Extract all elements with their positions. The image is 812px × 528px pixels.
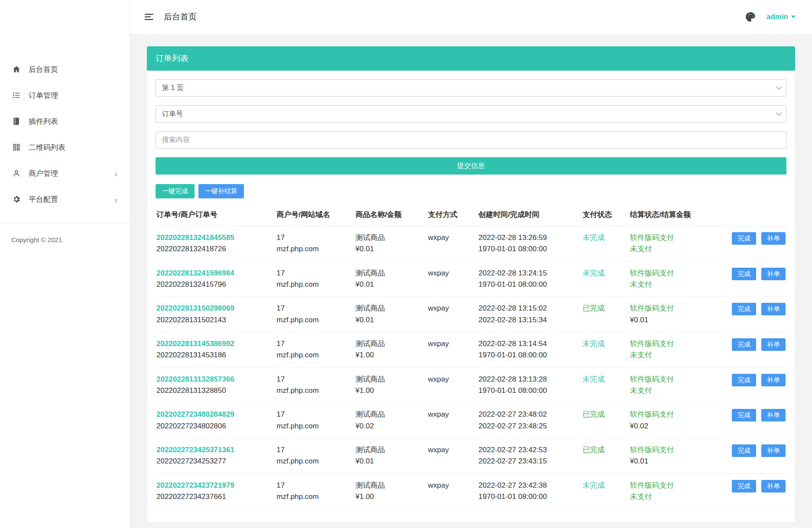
site-domain: mzf.php.com <box>276 279 347 290</box>
panel-body: 第 1 页 订单号 提交信息 一键完成 一键补结算 <box>147 71 795 522</box>
sidebar-item-label: 商户管理 <box>29 168 58 178</box>
supplement-button[interactable]: 补单 <box>761 444 786 457</box>
main-column: 后台首页 admin 订单列表 第 1 页 <box>130 0 812 528</box>
supplement-button[interactable]: 补单 <box>761 374 786 386</box>
order-list-card: 订单列表 第 1 页 订单号 提交信息 一键完成 一键 <box>146 46 796 523</box>
site-domain: mzf.php.com <box>276 243 347 255</box>
page-select-value: 第 1 页 <box>162 84 184 93</box>
settle-result: 未支付 <box>630 385 710 396</box>
table-row: 2022022813132857366 20220228131328850 17… <box>156 367 786 403</box>
settle-channel: 软件版码支付 <box>630 338 710 350</box>
merchant-order-number: 20220228131502143 <box>156 314 268 326</box>
product-name: 测试商品 <box>355 232 419 243</box>
merchant-id: 17 <box>276 232 347 243</box>
bulk-complete-button[interactable]: 一键完成 <box>156 184 195 198</box>
chevron-right-icon: › <box>114 169 117 178</box>
complete-button[interactable]: 完成 <box>732 374 756 386</box>
complete-button[interactable]: 完成 <box>732 480 756 492</box>
order-number-link[interactable]: 2022022813241845585 <box>156 232 234 243</box>
header-right: admin <box>745 11 796 23</box>
site-domain: mzf.php.com <box>276 385 347 396</box>
sidebar-item-label: 二维码列表 <box>29 143 65 152</box>
sidebar-item-orders[interactable]: 订单管理 <box>0 82 130 108</box>
created-time: 2022-02-28 13:26:59 <box>478 232 574 243</box>
finished-time: 1970-01-01 08:00:00 <box>478 243 574 255</box>
settle-channel: 软件版码支付 <box>630 303 710 314</box>
supplement-button[interactable]: 补单 <box>761 268 786 280</box>
merchant-order-number: 20220227234237661 <box>156 491 268 502</box>
complete-button[interactable]: 完成 <box>732 338 756 351</box>
pay-method: wxpay <box>428 268 470 279</box>
order-number-link[interactable]: 2022022813241596984 <box>156 268 234 279</box>
pay-status: 已完成 <box>583 410 605 418</box>
finished-time: 1970-01-01 08:00:00 <box>478 350 574 361</box>
supplement-button[interactable]: 补单 <box>761 232 786 245</box>
order-number-link[interactable]: 2022022723480284829 <box>156 409 234 420</box>
finished-time: 2022-02-28 13:15:34 <box>478 314 574 326</box>
finished-time: 1970-01-01 08:00:00 <box>478 279 574 290</box>
complete-button[interactable]: 完成 <box>732 409 756 421</box>
supplement-button[interactable]: 补单 <box>761 338 786 351</box>
site-domain: mzf.php.com <box>276 421 347 432</box>
supplement-button[interactable]: 补单 <box>761 303 786 315</box>
table-row: 2022022723480284829 20220227234802806 17… <box>156 403 786 438</box>
settle-result: ¥0.01 <box>630 314 710 326</box>
sidebar-item-merchants[interactable]: 商户管理 › <box>0 160 130 186</box>
page-title: 后台首页 <box>164 11 197 23</box>
settle-result: ¥0.01 <box>630 456 710 467</box>
pay-method: wxpay <box>428 480 470 491</box>
complete-button[interactable]: 完成 <box>732 444 756 457</box>
settle-channel: 软件版码支付 <box>630 480 710 491</box>
merchant-id: 17 <box>276 409 347 420</box>
finished-time: 1970-01-01 08:00:00 <box>478 385 574 396</box>
complete-button[interactable]: 完成 <box>732 303 756 315</box>
submit-button[interactable]: 提交信息 <box>156 157 786 175</box>
logo-area <box>0 0 130 56</box>
order-number-link[interactable]: 2022022723423721979 <box>156 480 234 491</box>
pay-method: wxpay <box>428 409 470 420</box>
sidebar-item-qrcodes[interactable]: 二维码列表 <box>0 134 130 160</box>
user-menu[interactable]: admin <box>767 13 796 21</box>
bulk-settle-button[interactable]: 一键补结算 <box>198 184 244 198</box>
sidebar-item-plugins[interactable]: 插件列表 <box>0 108 130 134</box>
product-name: 测试商品 <box>355 338 419 350</box>
complete-button[interactable]: 完成 <box>732 268 756 280</box>
sidebar-item-dashboard[interactable]: 后台首页 <box>0 56 130 82</box>
search-input[interactable] <box>156 131 786 149</box>
order-list-icon <box>12 91 21 100</box>
merchant-order-number: 20220227234802806 <box>156 421 268 432</box>
username: admin <box>767 13 788 21</box>
pay-status: 未完成 <box>583 340 605 348</box>
merchant-id: 17 <box>276 303 347 314</box>
col-actions <box>714 204 786 226</box>
order-number-link[interactable]: 2022022813145386992 <box>156 338 234 350</box>
complete-button[interactable]: 完成 <box>732 232 756 245</box>
page-select[interactable]: 第 1 页 <box>156 79 786 97</box>
order-amount: ¥0.01 <box>355 279 419 290</box>
header-left: 后台首页 <box>143 11 197 23</box>
sidebar-item-platform-config[interactable]: 平台配置 › <box>0 186 130 212</box>
menu-toggle-icon[interactable] <box>143 12 155 22</box>
sidebar-item-label: 插件列表 <box>29 117 58 126</box>
supplement-button[interactable]: 补单 <box>761 480 786 492</box>
pay-method: wxpay <box>428 303 470 314</box>
pay-status: 未完成 <box>583 375 605 383</box>
order-number-link[interactable]: 2022022723425371361 <box>156 444 234 456</box>
order-number-link[interactable]: 2022022813132857366 <box>156 374 234 385</box>
bulk-actions: 一键完成 一键补结算 <box>156 184 786 198</box>
supplement-button[interactable]: 补单 <box>761 409 786 421</box>
order-amount: ¥0.02 <box>355 421 419 432</box>
settle-channel: 软件版码支付 <box>630 268 710 279</box>
merchant-id: 17 <box>276 480 347 491</box>
theme-palette-icon[interactable] <box>745 11 756 23</box>
table-row: 2022022813241845585 20220228132418726 17… <box>156 226 786 262</box>
created-time: 2022-02-27 23:42:38 <box>478 480 574 491</box>
product-name: 测试商品 <box>355 409 419 420</box>
order-number-link[interactable]: 2022022813150298069 <box>156 303 234 314</box>
product-name: 测试商品 <box>355 444 419 456</box>
settle-result: 未支付 <box>630 491 710 502</box>
search-field-select[interactable]: 订单号 <box>156 105 786 123</box>
pay-status: 已完成 <box>583 304 605 312</box>
col-order-no: 订单号/商户订单号 <box>156 204 272 226</box>
product-name: 测试商品 <box>355 374 419 385</box>
